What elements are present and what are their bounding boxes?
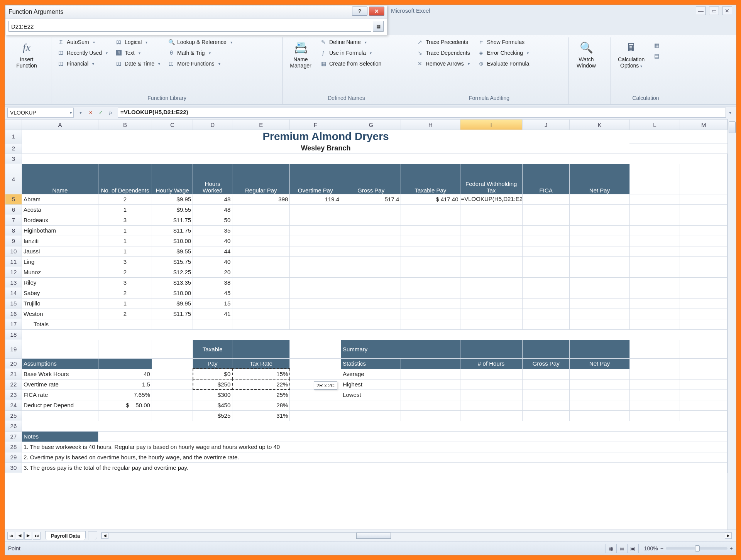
view-normal-button[interactable]: ▦ bbox=[606, 544, 617, 553]
col-header[interactable]: A bbox=[22, 120, 98, 130]
cell[interactable]: 1 bbox=[98, 204, 152, 215]
cell[interactable]: Lowest bbox=[341, 390, 401, 400]
col-header[interactable]: G bbox=[341, 120, 401, 130]
col-header[interactable]: F bbox=[290, 120, 341, 130]
row-header[interactable]: 28 bbox=[5, 442, 22, 452]
name-box[interactable]: VLOOKUP bbox=[7, 108, 74, 118]
cell[interactable]: 40 bbox=[193, 256, 232, 267]
logical-button[interactable]: 🕮Logical bbox=[113, 37, 162, 47]
calc-sheet-button[interactable]: ▤ bbox=[651, 51, 662, 61]
row-header[interactable]: 21 bbox=[5, 369, 22, 379]
cell[interactable]: $10.00 bbox=[152, 288, 193, 298]
define-name-button[interactable]: ✎Define Name bbox=[318, 37, 384, 47]
cell[interactable]: 31% bbox=[232, 410, 290, 421]
active-cell[interactable]: =VLOOKUP(H5,D21:E22) bbox=[460, 194, 522, 204]
cell[interactable]: $12.25 bbox=[152, 267, 193, 277]
range-input[interactable] bbox=[8, 21, 371, 32]
cell[interactable]: 40 bbox=[193, 236, 232, 246]
trace-precedents-button[interactable]: ↗Trace Precedents bbox=[414, 37, 472, 47]
cell[interactable]: 41 bbox=[193, 309, 232, 319]
use-in-formula-button[interactable]: ƒUse in Formula bbox=[318, 48, 384, 57]
cell[interactable]: 1. The base workweek is 40 hours. Regula… bbox=[22, 442, 727, 452]
insert-function-button[interactable]: fx Insert Function bbox=[13, 37, 41, 71]
row-header[interactable]: 3 bbox=[5, 153, 22, 164]
window-restore-button[interactable]: ▭ bbox=[709, 7, 719, 15]
view-pagebreak-button[interactable]: ▣ bbox=[628, 544, 638, 553]
cell[interactable]: 35 bbox=[193, 225, 232, 236]
row-header[interactable]: 6 bbox=[5, 204, 22, 215]
cell[interactable]: Sabey bbox=[22, 288, 98, 298]
vertical-scrollbar[interactable] bbox=[727, 119, 736, 530]
cell[interactable]: 3 bbox=[98, 277, 152, 288]
row-header[interactable]: 24 bbox=[5, 400, 22, 410]
cell[interactable]: 2 bbox=[98, 288, 152, 298]
cell[interactable]: Weston bbox=[22, 309, 98, 319]
cell[interactable]: Average bbox=[341, 369, 401, 379]
cell[interactable]: $9.95 bbox=[152, 298, 193, 309]
cell[interactable]: Totals bbox=[22, 319, 98, 329]
formula-input[interactable]: =VLOOKUP(H5,D21:E22) bbox=[118, 108, 726, 118]
cell[interactable]: 3 bbox=[98, 256, 152, 267]
cell[interactable]: 2 bbox=[98, 267, 152, 277]
row-header[interactable]: 18 bbox=[5, 329, 22, 340]
row-header[interactable]: 10 bbox=[5, 246, 22, 256]
dialog-titlebar[interactable]: Function Arguments ? ✕ bbox=[5, 5, 387, 19]
cancel-entry-button[interactable]: ✕ bbox=[86, 108, 95, 117]
window-minimize-button[interactable]: — bbox=[696, 7, 706, 15]
row-header[interactable]: 11 bbox=[5, 256, 22, 267]
lookup-reference-button[interactable]: 🔍Lookup & Reference bbox=[166, 37, 235, 47]
remove-arrows-button[interactable]: ✕Remove Arrows bbox=[414, 59, 472, 68]
zoom-knob[interactable] bbox=[695, 545, 700, 552]
row-header[interactable]: 20 bbox=[5, 358, 22, 369]
cell[interactable]: $15.75 bbox=[152, 256, 193, 267]
namebox-dropdown-icon[interactable]: ▾ bbox=[76, 108, 85, 117]
cell[interactable]: 15 bbox=[193, 298, 232, 309]
col-header[interactable]: I bbox=[460, 120, 522, 130]
text-button[interactable]: 🅰Text bbox=[113, 48, 162, 57]
cell[interactable]: 48 bbox=[193, 204, 232, 215]
cell[interactable]: $ 50.00 bbox=[98, 400, 152, 410]
sheet-tab-active[interactable]: Payroll Data bbox=[45, 531, 86, 540]
row-header[interactable]: 1 bbox=[5, 130, 22, 143]
cell[interactable]: 1 bbox=[98, 236, 152, 246]
cell[interactable]: 398 bbox=[232, 194, 290, 204]
cell[interactable]: 3 bbox=[98, 215, 152, 225]
col-header[interactable]: H bbox=[401, 120, 460, 130]
create-from-selection-button[interactable]: ▦Create from Selection bbox=[318, 59, 384, 68]
tab-nav-first[interactable]: ⏮ bbox=[7, 532, 15, 540]
hscroll-right[interactable]: ▶ bbox=[725, 533, 732, 539]
evaluate-formula-button[interactable]: ⊕Evaluate Formula bbox=[475, 59, 532, 68]
cell[interactable]: Deduct per Depend bbox=[22, 400, 98, 410]
row-header[interactable]: 17 bbox=[5, 319, 22, 329]
hscroll-thumb[interactable] bbox=[356, 533, 391, 539]
dialog-help-button[interactable]: ? bbox=[352, 7, 367, 16]
scroll-thumb[interactable] bbox=[729, 121, 736, 133]
row-header[interactable]: 29 bbox=[5, 452, 22, 462]
cell[interactable]: 44 bbox=[193, 246, 232, 256]
row-header[interactable]: 9 bbox=[5, 236, 22, 246]
cell[interactable]: $11.75 bbox=[152, 215, 193, 225]
dialog-close-button[interactable]: ✕ bbox=[369, 7, 384, 16]
tab-nav-next[interactable]: ▶ bbox=[24, 532, 32, 540]
cell[interactable]: $9.55 bbox=[152, 204, 193, 215]
cell[interactable]: 22% bbox=[232, 379, 290, 390]
recently-used-button[interactable]: 🕮Recently Used bbox=[55, 48, 110, 57]
row-header[interactable]: 16 bbox=[5, 309, 22, 319]
cell[interactable]: 1 bbox=[98, 298, 152, 309]
financial-button[interactable]: 🕮Financial bbox=[55, 59, 110, 68]
cell[interactable]: Jaussi bbox=[22, 246, 98, 256]
tab-nav-prev[interactable]: ◀ bbox=[16, 532, 24, 540]
zoom-out-button[interactable]: − bbox=[660, 545, 663, 552]
cell[interactable]: $250 bbox=[193, 379, 232, 390]
cell[interactable]: 48 bbox=[193, 194, 232, 204]
col-header[interactable]: J bbox=[522, 120, 570, 130]
cell[interactable]: 1.5 bbox=[98, 379, 152, 390]
hscroll-left[interactable]: ◀ bbox=[102, 533, 108, 539]
row-header[interactable]: 4 bbox=[5, 164, 22, 194]
cell[interactable]: $525 bbox=[193, 410, 232, 421]
cell[interactable]: 40 bbox=[98, 369, 152, 379]
zoom-in-button[interactable]: + bbox=[730, 545, 733, 552]
col-header[interactable]: B bbox=[98, 120, 152, 130]
math-trig-button[interactable]: θMath & Trig bbox=[166, 48, 235, 57]
cell[interactable]: $10.00 bbox=[152, 236, 193, 246]
